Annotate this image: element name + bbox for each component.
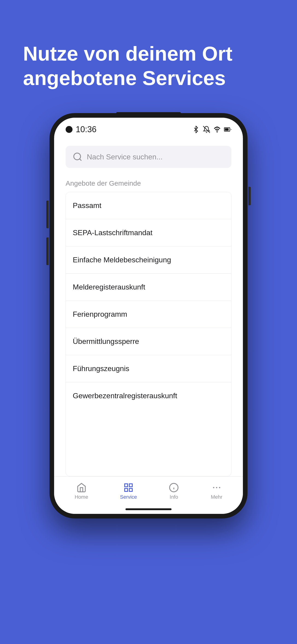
section-label: Angebote der Gemeinde — [66, 180, 232, 187]
tab-home[interactable]: Home — [68, 480, 95, 502]
list-item[interactable]: Einfache Meldebescheinigung — [66, 246, 231, 274]
hero-section: Nutze von deinem Ort angebotene Services — [0, 0, 297, 104]
svg-line-0 — [203, 126, 210, 133]
svg-point-1 — [217, 132, 218, 133]
list-item[interactable]: Melderegisterauskunft — [66, 274, 231, 301]
tab-mehr-label: Mehr — [211, 494, 222, 500]
volume-down-button — [46, 238, 48, 265]
search-bar[interactable]: Nach Service suchen... — [66, 146, 232, 168]
service-item-label: Führungszeugnis — [73, 364, 129, 373]
wifi-icon — [214, 126, 221, 133]
screen-content: Nach Service suchen... Angebote der Geme… — [54, 136, 243, 476]
more-icon — [212, 482, 222, 493]
info-icon — [169, 482, 179, 493]
notification-muted-icon — [203, 126, 210, 133]
bottom-nav: Home Service — [54, 476, 243, 505]
tab-info-label: Info — [170, 494, 178, 500]
svg-rect-4 — [225, 128, 228, 131]
home-bar — [126, 508, 172, 510]
bluetooth-icon — [192, 126, 200, 133]
battery-icon — [224, 126, 232, 133]
search-placeholder-text: Nach Service suchen... — [87, 153, 162, 161]
service-item-label: SEPA-Lastschriftmandat — [73, 228, 152, 237]
grid-icon — [124, 482, 134, 493]
svg-line-6 — [80, 159, 82, 161]
list-item[interactable]: Übermittlungssperre — [66, 328, 231, 355]
list-item[interactable]: Passamt — [66, 192, 231, 219]
svg-rect-10 — [125, 488, 128, 492]
status-bar: 10:36 — [54, 118, 243, 136]
status-icons — [192, 126, 232, 133]
list-item[interactable]: Ferienprogramm — [66, 301, 231, 328]
svg-point-15 — [216, 487, 217, 488]
svg-rect-9 — [130, 488, 132, 492]
tab-service[interactable]: Service — [113, 480, 144, 502]
power-button — [248, 187, 251, 205]
svg-rect-8 — [130, 484, 132, 487]
svg-point-16 — [219, 487, 220, 488]
phone-container: 10:36 — [50, 113, 248, 518]
camera-dot — [66, 126, 72, 133]
hero-title: Nutze von deinem Ort angebotene Services — [23, 42, 274, 90]
list-item[interactable]: Gewerbezentralregisterauskunft — [66, 382, 231, 409]
status-left: 10:36 — [66, 124, 96, 134]
time-display: 10:36 — [76, 124, 96, 134]
home-indicator — [54, 505, 243, 514]
service-item-label: Einfache Meldebescheinigung — [73, 256, 171, 264]
service-item-label: Übermittlungssperre — [73, 337, 139, 346]
tab-service-label: Service — [120, 494, 137, 500]
phone-frame: 10:36 — [50, 113, 248, 518]
service-item-label: Gewerbezentralregisterauskunft — [73, 392, 177, 400]
search-icon — [72, 152, 83, 162]
service-list: Passamt SEPA-Lastschriftmandat Einfache … — [66, 192, 232, 476]
svg-point-14 — [213, 487, 214, 488]
list-item[interactable]: Führungszeugnis — [66, 355, 231, 382]
svg-rect-7 — [125, 484, 128, 487]
tab-home-label: Home — [74, 494, 88, 500]
service-item-label: Melderegisterauskunft — [73, 283, 145, 291]
phone-screen: 10:36 — [54, 118, 243, 514]
list-item[interactable]: SEPA-Lastschriftmandat — [66, 219, 231, 246]
service-item-label: Ferienprogramm — [73, 310, 127, 318]
service-item-label: Passamt — [73, 201, 101, 210]
tab-mehr[interactable]: Mehr — [204, 480, 229, 502]
svg-point-5 — [74, 153, 80, 160]
tab-info[interactable]: Info — [162, 480, 186, 502]
home-icon — [76, 482, 86, 493]
